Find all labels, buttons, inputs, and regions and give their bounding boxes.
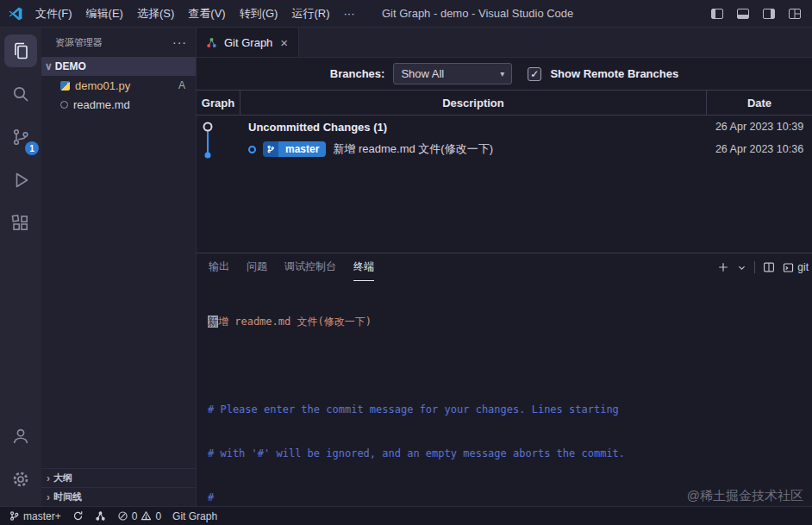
column-header-date: Date <box>707 97 812 109</box>
watermark: @稀土掘金技术社区 <box>687 488 803 504</box>
outline-label: 大纲 <box>53 472 72 484</box>
branch-status-item[interactable]: master+ <box>9 510 61 522</box>
menu-go[interactable]: 转到(G) <box>233 0 285 27</box>
branches-select[interactable]: Show All ▾ <box>393 63 512 84</box>
folder-name: DEMO <box>55 60 86 72</box>
panel-tab-bar: 输出 问题 调试控制台 终端 git <box>197 253 812 281</box>
git-graph-status-icon-item[interactable] <box>95 510 106 522</box>
branches-select-value: Show All <box>401 67 444 80</box>
terminal-line: 新增 readme.md 文件(修改一下) <box>208 315 812 329</box>
chevron-down-icon[interactable] <box>737 263 746 272</box>
activity-bar-bottom <box>4 420 37 506</box>
errors-icon <box>117 510 128 522</box>
tab-git-graph[interactable]: Git Graph × <box>197 28 299 57</box>
tab-output[interactable]: 输出 <box>209 253 229 281</box>
activity-bar: 1 <box>0 28 41 506</box>
commit-date: 26 Apr 2023 10:36 <box>707 143 812 155</box>
git-graph-status-label: Git Graph <box>172 510 217 522</box>
menu-selection[interactable]: 选择(S) <box>130 0 181 27</box>
commit-message: 新增 readme.md 文件(修改一下) <box>333 141 493 157</box>
tab-label: Git Graph <box>224 36 272 49</box>
commit-dot-icon <box>248 146 256 153</box>
tab-problems[interactable]: 问题 <box>247 253 267 281</box>
table-row-uncommitted[interactable]: Uncommitted Changes (1) 26 Apr 2023 10:3… <box>197 116 812 138</box>
sync-status-item[interactable] <box>72 510 84 522</box>
main-area: 1 资源管理器 ··· ∨ <box>0 28 812 506</box>
tab-terminal[interactable]: 终端 <box>353 253 374 281</box>
git-graph-tab-icon <box>205 36 218 49</box>
outline-section[interactable]: › 大纲 <box>41 468 196 487</box>
account-icon[interactable] <box>4 420 37 453</box>
explorer-icon[interactable] <box>4 34 37 67</box>
vscode-logo-icon <box>8 6 23 22</box>
settings-gear-icon[interactable] <box>4 463 37 496</box>
toggle-panel-icon[interactable] <box>736 7 750 21</box>
branch-badge-master[interactable]: master <box>263 141 326 157</box>
folder-row-demo[interactable]: ∨ DEMO <box>41 57 196 76</box>
chevron-down-icon: ∨ <box>45 60 53 72</box>
file-name: demo01.py <box>75 79 130 92</box>
file-row-readme[interactable]: readme.md <box>41 95 196 114</box>
terminal-line <box>208 359 812 373</box>
terminal-list-item-git[interactable]: git <box>783 261 809 273</box>
run-debug-icon[interactable] <box>4 164 37 197</box>
branches-label: Branches: <box>330 67 385 80</box>
chevron-right-icon: › <box>47 491 50 503</box>
terminal-name: git <box>797 261 809 273</box>
git-graph-icon <box>95 510 106 522</box>
customize-layout-icon[interactable] <box>788 7 802 21</box>
git-status-badge: A <box>178 79 196 91</box>
status-bar: master+ 0 0 Git Graph <box>0 506 812 525</box>
terminal-icon <box>783 262 794 273</box>
explorer-sidebar: 资源管理器 ··· ∨ DEMO demo01.py A readme.md ›… <box>41 28 197 506</box>
git-graph-status-item[interactable]: Git Graph <box>172 510 217 522</box>
problems-status-item[interactable]: 0 0 <box>117 510 161 522</box>
search-icon[interactable] <box>4 78 37 110</box>
sidebar-more-icon[interactable]: ··· <box>172 35 187 49</box>
window-controls <box>710 7 812 21</box>
split-terminal-icon[interactable] <box>763 261 775 273</box>
panel-actions: git <box>717 261 812 273</box>
timeline-section[interactable]: › 时间线 <box>41 487 196 506</box>
git-graph-toolbar: Branches: Show All ▾ ✓ Show Remote Branc… <box>197 58 812 90</box>
toggle-secondary-sidebar-icon[interactable] <box>762 7 776 21</box>
terminal-content[interactable]: 新增 readme.md 文件(修改一下) # Please enter the… <box>197 281 812 506</box>
git-graph-rows: Uncommitted Changes (1) 26 Apr 2023 10:3… <box>197 116 812 253</box>
menu-run[interactable]: 运行(R) <box>284 0 336 27</box>
show-remote-checkbox[interactable]: ✓ <box>528 67 541 81</box>
toggle-sidebar-icon[interactable] <box>710 7 724 21</box>
dropdown-arrow-icon: ▾ <box>500 69 504 78</box>
new-terminal-plus-icon[interactable] <box>717 261 729 273</box>
tab-debug-console[interactable]: 调试控制台 <box>284 253 336 281</box>
editor-area: Git Graph × Branches: Show All ▾ ✓ Show … <box>197 28 812 506</box>
window-title: Git Graph - demo - Visual Studio Code <box>382 7 573 20</box>
column-header-graph: Graph <box>197 97 240 109</box>
git-graph-table-header: Graph Description Date <box>197 90 812 116</box>
vscode-window: 文件(F) 编辑(E) 选择(S) 查看(V) 转到(G) 运行(R) ··· … <box>0 0 812 525</box>
file-row-demo01[interactable]: demo01.py A <box>41 76 196 95</box>
terminal-line: # with '#' will be ignored, and an empty… <box>208 447 812 461</box>
source-control-icon[interactable]: 1 <box>4 121 37 153</box>
column-header-description: Description <box>240 91 707 115</box>
branch-icon <box>263 141 278 157</box>
warnings-count: 0 <box>155 510 161 522</box>
markdown-file-icon <box>60 101 68 109</box>
timeline-label: 时间线 <box>53 491 82 503</box>
menu-view[interactable]: 查看(V) <box>181 0 232 27</box>
menu-edit[interactable]: 编辑(E) <box>79 0 130 27</box>
chevron-right-icon: › <box>47 472 50 484</box>
editor-tab-bar: Git Graph × <box>197 28 812 58</box>
show-remote-label: Show Remote Branches <box>550 67 678 80</box>
table-row-commit[interactable]: master 新增 readme.md 文件(修改一下) 26 Apr 2023… <box>197 138 812 160</box>
menu-file[interactable]: 文件(F) <box>28 0 79 27</box>
sidebar-spacer <box>41 114 196 468</box>
branch-icon <box>9 510 20 522</box>
close-icon[interactable]: × <box>278 35 290 50</box>
scm-badge: 1 <box>25 141 39 155</box>
branch-name: master <box>278 141 326 157</box>
extensions-icon[interactable] <box>4 207 37 240</box>
bottom-panel: 输出 问题 调试控制台 终端 git <box>197 253 812 506</box>
menu-overflow-icon[interactable]: ··· <box>336 0 361 27</box>
checkmark-icon: ✓ <box>530 68 539 80</box>
title-bar: 文件(F) 编辑(E) 选择(S) 查看(V) 转到(G) 运行(R) ··· … <box>0 0 812 28</box>
